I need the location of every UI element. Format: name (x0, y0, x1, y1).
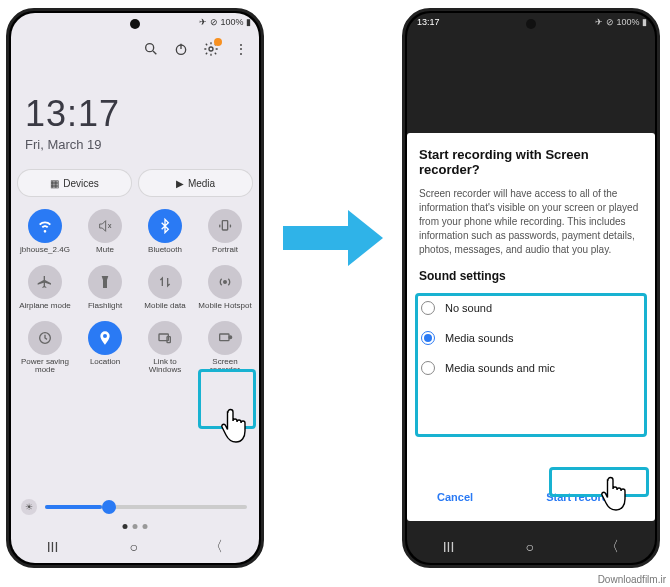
slider-fill (45, 505, 102, 509)
tile-flashlight[interactable]: Flashlight (77, 265, 133, 311)
tile-label: Mute (96, 246, 114, 255)
status-bar-right: ✈ ⊘ 100% ▮ (199, 17, 251, 27)
svg-point-11 (229, 336, 232, 339)
dot[interactable] (143, 524, 148, 529)
gear-icon[interactable] (203, 41, 219, 57)
tile-label: jbhouse_2.4G (20, 246, 70, 255)
camera-notch (130, 19, 140, 29)
wifi-icon (28, 209, 62, 243)
clock-time: 13:17 (25, 93, 120, 135)
tile-linkwin[interactable]: Link to Windows (137, 321, 193, 376)
phone-left: ✈ ⊘ 100% ▮ ⋮ 13:17 Fri, March 19 ▦ Devic… (6, 8, 264, 568)
rotate-icon (208, 209, 242, 243)
tile-label: Power saving mode (18, 358, 72, 376)
highlight-start-recording (549, 467, 649, 497)
sheet-title: Start recording with Screen recorder? (419, 147, 643, 177)
svg-rect-10 (220, 334, 229, 341)
tile-powersave[interactable]: Power saving mode (17, 321, 73, 376)
tile-label: Bluetooth (148, 246, 182, 255)
tile-label: Mobile Hotspot (198, 302, 251, 311)
camera-notch (526, 19, 536, 29)
nav-recents[interactable]: III (443, 539, 455, 555)
brightness-icon[interactable]: ☀ (21, 499, 37, 515)
devices-button[interactable]: ▦ Devices (17, 169, 132, 197)
tile-label: Link to Windows (138, 358, 192, 376)
tile-label: Flashlight (88, 302, 122, 311)
tile-label: Mobile data (144, 302, 185, 311)
sheet-body: Screen recorder will have access to all … (419, 187, 643, 257)
devices-label: Devices (63, 178, 99, 189)
svg-point-6 (224, 280, 227, 283)
play-icon: ▶ (176, 178, 184, 189)
media-button[interactable]: ▶ Media (138, 169, 253, 197)
hotspot-icon (208, 265, 242, 299)
media-label: Media (188, 178, 215, 189)
clock-block: 13:17 Fri, March 19 (25, 93, 120, 152)
powersave-icon (28, 321, 62, 355)
screenrec-icon (208, 321, 242, 355)
svg-point-4 (209, 47, 213, 51)
data-icon (148, 265, 182, 299)
nav-back[interactable]: 〈 (209, 538, 223, 556)
flashlight-icon (88, 265, 122, 299)
devices-media-row: ▦ Devices ▶ Media (17, 169, 253, 197)
clock-date: Fri, March 19 (25, 137, 120, 152)
link-icon (148, 321, 182, 355)
tile-label: Portrait (212, 246, 238, 255)
status-bar-right: ✈ ⊘ 100% ▮ (595, 17, 647, 27)
arrow-icon (278, 198, 388, 278)
tile-mobiledata[interactable]: Mobile data (137, 265, 193, 311)
tile-wifi[interactable]: jbhouse_2.4G (17, 209, 73, 255)
nav-bar: III ○ 〈 (407, 537, 655, 557)
power-icon[interactable] (173, 41, 189, 57)
sound-header: Sound settings (419, 269, 643, 283)
nav-home[interactable]: ○ (526, 539, 534, 555)
menu-icon[interactable]: ⋮ (233, 41, 249, 57)
tile-portrait[interactable]: Portrait (197, 209, 253, 255)
tile-location[interactable]: Location (77, 321, 133, 376)
location-icon (88, 321, 122, 355)
bluetooth-icon (148, 209, 182, 243)
slider-thumb[interactable] (102, 500, 116, 514)
svg-rect-5 (222, 221, 227, 230)
tile-airplane[interactable]: Airplane mode (17, 265, 73, 311)
tile-mute[interactable]: Mute (77, 209, 133, 255)
dot[interactable] (123, 524, 128, 529)
svg-point-0 (146, 44, 154, 52)
brightness-slider[interactable] (45, 505, 247, 509)
airplane-icon (28, 265, 62, 299)
search-icon[interactable] (143, 41, 159, 57)
nav-back[interactable]: 〈 (605, 538, 619, 556)
screen-right: 13:17 ✈ ⊘ 100% ▮ Start recording with Sc… (407, 13, 655, 563)
svg-line-1 (153, 51, 156, 54)
nav-home[interactable]: ○ (130, 539, 138, 555)
watermark: Downloadfilm.ir (598, 574, 666, 585)
dot[interactable] (133, 524, 138, 529)
grid-icon: ▦ (50, 178, 59, 189)
mute-icon (88, 209, 122, 243)
status-time: 13:17 (417, 17, 440, 27)
cancel-button[interactable]: Cancel (425, 483, 485, 511)
phone-right: 13:17 ✈ ⊘ 100% ▮ Start recording with Sc… (402, 8, 660, 568)
quick-tiles: jbhouse_2.4G Mute Bluetooth Portrait Air… (17, 209, 253, 375)
screen-left: ✈ ⊘ 100% ▮ ⋮ 13:17 Fri, March 19 ▦ Devic… (11, 13, 259, 563)
tile-bluetooth[interactable]: Bluetooth (137, 209, 193, 255)
highlight-sound-settings (415, 293, 647, 437)
nav-bar: III ○ 〈 (11, 537, 259, 557)
notification-badge (214, 38, 222, 46)
quick-toolbar: ⋮ (143, 41, 249, 57)
tile-screenrec[interactable]: Screen recorder (197, 321, 253, 376)
tile-label: Airplane mode (19, 302, 71, 311)
nav-recents[interactable]: III (47, 539, 59, 555)
page-dots (123, 524, 148, 529)
tile-label: Location (90, 358, 120, 367)
tile-hotspot[interactable]: Mobile Hotspot (197, 265, 253, 311)
highlight-screenrec (198, 369, 256, 429)
